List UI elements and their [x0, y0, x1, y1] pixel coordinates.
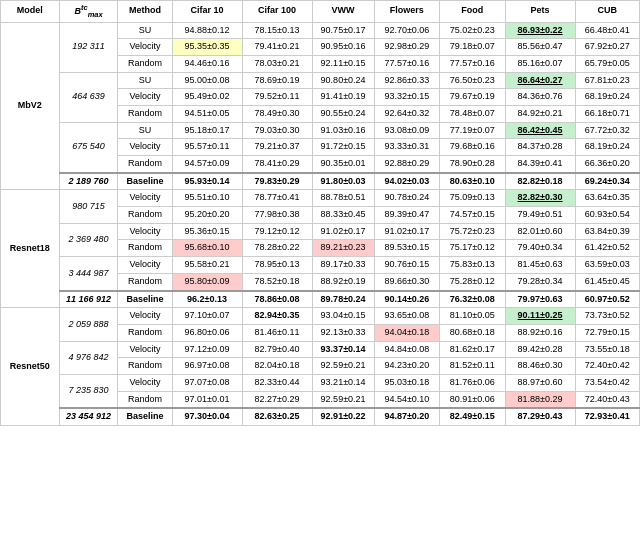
bmax-cell: 980 715 [59, 190, 118, 223]
table-row: Resnet18980 715Velocity95.51±0.1078.77±0… [1, 190, 640, 207]
col-food: Food [440, 1, 505, 23]
c10-cell: 95.36±0.15 [172, 223, 242, 240]
method-cell: Velocity [118, 374, 172, 391]
col-model: Model [1, 1, 60, 23]
c10-cell: 95.80±0.09 [172, 273, 242, 290]
flowers-cell: 92.98±0.29 [374, 39, 439, 56]
pets-cell: 81.88±0.29 [505, 391, 575, 408]
vww-cell: 92.59±0.21 [312, 358, 374, 375]
table-row: 11 166 912Baseline96.2±0.1378.86±0.0889.… [1, 291, 640, 308]
vww-cell: 90.35±0.01 [312, 156, 374, 173]
method-cell: Random [118, 156, 172, 173]
c10-cell: 94.46±0.16 [172, 55, 242, 72]
food-cell: 81.62±0.17 [440, 341, 505, 358]
col-cifar10: Cifar 10 [172, 1, 242, 23]
cub-cell: 73.73±0.52 [575, 308, 639, 325]
table-row: 2 189 760Baseline95.93±0.1479.83±0.2991.… [1, 173, 640, 190]
vww-cell: 91.03±0.16 [312, 122, 374, 139]
cub-cell: 67.72±0.32 [575, 122, 639, 139]
flowers-cell: 90.78±0.24 [374, 190, 439, 207]
method-cell: Velocity [118, 223, 172, 240]
c10-cell: 95.93±0.14 [172, 173, 242, 190]
method-cell: Velocity [118, 39, 172, 56]
method-cell: Baseline [118, 173, 172, 190]
table-row: 675 540SU95.18±0.1779.03±0.3091.03±0.169… [1, 122, 640, 139]
c100-cell: 79.12±0.12 [242, 223, 312, 240]
col-pets: Pets [505, 1, 575, 23]
c10-cell: 97.10±0.07 [172, 308, 242, 325]
vww-cell: 91.72±0.15 [312, 139, 374, 156]
food-cell: 75.28±0.12 [440, 273, 505, 290]
table-row: 464 639SU95.00±0.0878.69±0.1990.80±0.249… [1, 72, 640, 89]
method-cell: Random [118, 391, 172, 408]
vww-cell: 89.21±0.23 [312, 240, 374, 257]
vww-cell: 91.80±0.03 [312, 173, 374, 190]
c100-cell: 82.79±0.40 [242, 341, 312, 358]
c10-cell: 95.57±0.11 [172, 139, 242, 156]
header-row: Model Btcmax Method Cifar 10 Cifar 100 V… [1, 1, 640, 23]
flowers-cell: 89.39±0.47 [374, 207, 439, 224]
vww-cell: 88.78±0.51 [312, 190, 374, 207]
c10-cell: 95.58±0.21 [172, 257, 242, 274]
bmax-cell: 2 189 760 [59, 173, 118, 190]
c100-cell: 82.33±0.44 [242, 374, 312, 391]
c100-cell: 82.27±0.29 [242, 391, 312, 408]
c100-cell: 81.46±0.11 [242, 324, 312, 341]
pets-cell: 89.42±0.28 [505, 341, 575, 358]
food-cell: 78.48±0.07 [440, 105, 505, 122]
cub-cell: 72.93±0.41 [575, 408, 639, 425]
vww-cell: 93.04±0.15 [312, 308, 374, 325]
cub-cell: 61.42±0.52 [575, 240, 639, 257]
c10-cell: 94.51±0.05 [172, 105, 242, 122]
method-cell: Random [118, 105, 172, 122]
table-row: 3 444 987Velocity95.58±0.2178.95±0.1389.… [1, 257, 640, 274]
food-cell: 75.72±0.23 [440, 223, 505, 240]
flowers-cell: 92.86±0.33 [374, 72, 439, 89]
c10-cell: 95.35±0.35 [172, 39, 242, 56]
food-cell: 77.19±0.07 [440, 122, 505, 139]
method-cell: Velocity [118, 89, 172, 106]
c10-cell: 97.30±0.04 [172, 408, 242, 425]
pets-cell: 82.01±0.60 [505, 223, 575, 240]
c100-cell: 78.95±0.13 [242, 257, 312, 274]
c10-cell: 97.01±0.01 [172, 391, 242, 408]
c10-cell: 94.88±0.12 [172, 22, 242, 39]
pets-cell: 79.28±0.34 [505, 273, 575, 290]
food-cell: 78.90±0.28 [440, 156, 505, 173]
cub-cell: 72.40±0.42 [575, 358, 639, 375]
cub-cell: 60.93±0.54 [575, 207, 639, 224]
flowers-cell: 92.88±0.29 [374, 156, 439, 173]
c100-cell: 82.63±0.25 [242, 408, 312, 425]
bmax-cell: 2 059 888 [59, 308, 118, 341]
vww-cell: 89.17±0.33 [312, 257, 374, 274]
col-flowers: Flowers [374, 1, 439, 23]
c100-cell: 78.52±0.18 [242, 273, 312, 290]
model-cell: Resnet50 [1, 308, 60, 426]
c100-cell: 79.21±0.37 [242, 139, 312, 156]
c10-cell: 96.97±0.08 [172, 358, 242, 375]
food-cell: 76.32±0.08 [440, 291, 505, 308]
method-cell: SU [118, 22, 172, 39]
flowers-cell: 89.66±0.30 [374, 273, 439, 290]
c100-cell: 78.49±0.30 [242, 105, 312, 122]
flowers-cell: 95.03±0.18 [374, 374, 439, 391]
bmax-cell: 4 976 842 [59, 341, 118, 374]
cub-cell: 60.97±0.52 [575, 291, 639, 308]
food-cell: 81.10±0.05 [440, 308, 505, 325]
bmax-cell: 2 369 480 [59, 223, 118, 256]
flowers-cell: 94.54±0.10 [374, 391, 439, 408]
c10-cell: 97.07±0.08 [172, 374, 242, 391]
c100-cell: 82.94±0.35 [242, 308, 312, 325]
method-cell: Velocity [118, 190, 172, 207]
vww-cell: 92.91±0.22 [312, 408, 374, 425]
flowers-cell: 94.23±0.20 [374, 358, 439, 375]
bmax-cell: 7 235 830 [59, 374, 118, 408]
c100-cell: 78.28±0.22 [242, 240, 312, 257]
pets-cell: 87.29±0.43 [505, 408, 575, 425]
col-method: Method [118, 1, 172, 23]
col-cifar100: Cifar 100 [242, 1, 312, 23]
c100-cell: 79.41±0.21 [242, 39, 312, 56]
cub-cell: 67.92±0.27 [575, 39, 639, 56]
method-cell: Random [118, 273, 172, 290]
vww-cell: 89.78±0.24 [312, 291, 374, 308]
